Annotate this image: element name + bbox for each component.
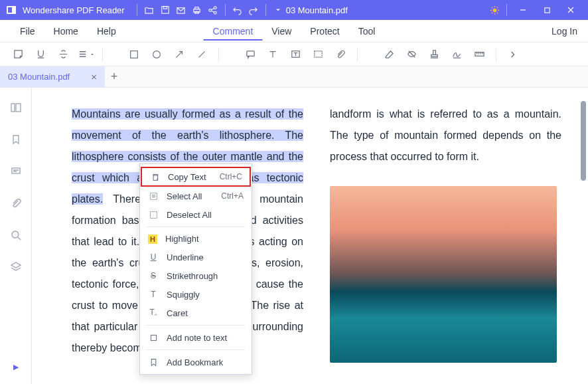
eraser-tool-icon[interactable] — [379, 45, 399, 64]
svg-rect-3 — [163, 7, 167, 9]
note-tool-icon[interactable] — [8, 45, 28, 64]
menubar: File Home Help Comment View Protect Tool… — [0, 20, 588, 43]
minimize-button[interactable] — [511, 0, 535, 20]
context-menu-add-bookmark[interactable]: Add Bookmark — [140, 353, 252, 371]
svg-rect-26 — [150, 193, 157, 199]
deselect-icon — [148, 209, 159, 220]
svg-rect-2 — [161, 7, 169, 14]
svg-rect-18 — [433, 50, 435, 55]
scrollbar-thumb[interactable] — [581, 101, 586, 181]
svg-point-11 — [492, 8, 496, 12]
theme-icon[interactable] — [486, 2, 502, 18]
list-tool-icon[interactable] — [76, 45, 96, 64]
titlebar-divider — [137, 4, 137, 16]
circle-tool-icon[interactable] — [147, 45, 167, 64]
context-menu-strikethrough[interactable]: SStrikethrough — [140, 266, 252, 285]
context-menu-label: Strikethrough — [167, 271, 244, 281]
svg-point-8 — [209, 9, 212, 11]
titlebar: Wondershare PDF Reader 03 Mountain.pdf — [0, 0, 588, 20]
mountain-image — [330, 186, 557, 363]
undo-icon[interactable] — [230, 2, 246, 18]
menu-view[interactable]: View — [262, 22, 301, 41]
context-menu-select-all[interactable]: Select AllCtrl+A — [140, 187, 252, 205]
mail-icon[interactable] — [173, 2, 189, 18]
body-text[interactable]: landform is what is referred to as a mou… — [330, 104, 561, 167]
area-tool-icon[interactable] — [308, 45, 328, 64]
tab-label: 03 Mountain.pdf — [8, 72, 70, 82]
comment-tool-icon[interactable] — [240, 45, 260, 64]
context-menu-label: Deselect All — [167, 210, 244, 220]
comments-panel-icon[interactable] — [7, 162, 25, 181]
right-column: landform is what is referred to as a mou… — [330, 104, 561, 368]
add-tab-button[interactable]: + — [105, 68, 123, 86]
context-menu-squiggly[interactable]: TSquiggly — [140, 285, 252, 304]
document-content: Mountains are usually formed as a result… — [32, 88, 588, 384]
tabbar: 03 Mountain.pdf × + — [0, 66, 588, 88]
collapse-panel-icon[interactable]: ▶ — [7, 357, 25, 376]
context-menu-divider — [147, 325, 245, 326]
app-logo-icon — [5, 4, 17, 16]
rectangle-tool-icon[interactable] — [124, 45, 144, 64]
textbox-tool-icon[interactable] — [285, 45, 305, 64]
signature-tool-icon[interactable] — [447, 45, 467, 64]
svg-rect-19 — [431, 54, 437, 56]
measure-tool-icon[interactable] — [469, 45, 489, 64]
context-menu-label: Squiggly — [167, 290, 244, 300]
login-link[interactable]: Log In — [551, 26, 577, 37]
svg-point-9 — [214, 6, 217, 9]
context-menu-highlight[interactable]: HHighlight — [140, 230, 252, 248]
line-tool-icon[interactable] — [192, 45, 212, 64]
print-icon[interactable] — [189, 2, 205, 18]
document-tab[interactable]: 03 Mountain.pdf × — [0, 66, 105, 88]
svg-rect-28 — [151, 335, 156, 340]
menu-protect[interactable]: Protect — [301, 22, 348, 41]
thumbnails-icon[interactable] — [7, 98, 25, 117]
bookmark-icon — [148, 357, 159, 367]
context-menu-label: Add note to text — [167, 333, 244, 343]
strikethrough-tool-icon[interactable] — [53, 45, 73, 64]
attachment-tool-icon[interactable] — [331, 45, 350, 64]
toolbar — [0, 43, 588, 66]
bookmark-panel-icon[interactable] — [7, 130, 25, 149]
context-menu-divider — [147, 227, 245, 227]
redo-icon[interactable] — [246, 2, 261, 18]
context-menu-caret[interactable]: T^Caret — [140, 304, 252, 322]
search-panel-icon[interactable] — [7, 226, 25, 244]
context-menu-divider — [147, 349, 245, 350]
context-menu-copy-text[interactable]: Copy TextCtrl+C — [141, 167, 250, 186]
more-tool-icon[interactable] — [503, 45, 523, 64]
svg-rect-23 — [12, 168, 20, 173]
svg-rect-12 — [544, 7, 549, 12]
side-panel: ▶ — [0, 88, 32, 384]
layers-panel-icon[interactable] — [7, 258, 25, 276]
arrow-tool-icon[interactable] — [169, 45, 189, 64]
tab-close-icon[interactable]: × — [91, 71, 97, 82]
open-folder-icon[interactable] — [141, 2, 157, 18]
maximize-button[interactable] — [535, 0, 559, 20]
text-tool-icon[interactable] — [263, 45, 283, 64]
menu-tool[interactable]: Tool — [349, 22, 385, 41]
context-menu-add-note-to-text[interactable]: Add note to text — [140, 328, 252, 347]
svg-rect-1 — [8, 7, 12, 13]
menu-file[interactable]: File — [11, 22, 44, 41]
attachments-panel-icon[interactable] — [7, 194, 25, 213]
menu-comment[interactable]: Comment — [204, 22, 263, 41]
share-icon[interactable] — [205, 2, 221, 18]
underline-tool-icon[interactable] — [31, 45, 50, 64]
close-button[interactable] — [559, 0, 583, 20]
strike-icon: S — [148, 270, 159, 281]
vertical-scrollbar[interactable] — [579, 88, 588, 384]
hide-tool-icon[interactable] — [402, 45, 421, 64]
underline-icon: U — [148, 252, 159, 262]
dropdown-icon[interactable] — [270, 2, 286, 18]
titlebar-divider — [265, 4, 266, 16]
menu-help[interactable]: Help — [88, 22, 125, 41]
save-icon[interactable] — [157, 2, 173, 18]
menu-home[interactable]: Home — [44, 22, 88, 41]
context-menu-underline[interactable]: UUnderline — [140, 248, 252, 266]
app-title: Wondershare PDF Reader — [23, 5, 125, 15]
stamp-tool-icon[interactable] — [424, 45, 444, 64]
svg-point-10 — [214, 11, 217, 14]
svg-rect-25 — [153, 175, 158, 180]
context-menu-deselect-all[interactable]: Deselect All — [140, 205, 252, 224]
